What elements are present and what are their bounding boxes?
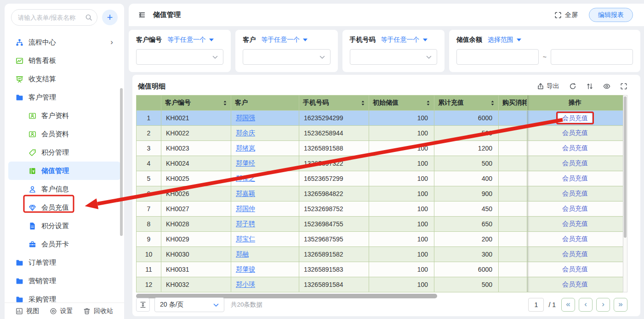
fullscreen-button[interactable] bbox=[620, 83, 627, 90]
column-header-idx bbox=[137, 95, 161, 111]
cell-phone: 16235294299 bbox=[299, 111, 369, 126]
cell-action: 会员充值 bbox=[527, 262, 623, 277]
customer-name-link[interactable]: 郑佳之 bbox=[236, 174, 255, 182]
sidebar-item-5[interactable]: 会员资料 bbox=[8, 125, 120, 143]
export-button[interactable]: 导出 bbox=[537, 82, 559, 90]
table-row[interactable]: 1KH0021郑国强162352942991006000会员充值 bbox=[137, 111, 623, 126]
sidebar-item-3[interactable]: 客户管理 bbox=[8, 88, 120, 106]
table-row[interactable]: 10KH0030郑融13265891582100300会员充值 bbox=[137, 247, 623, 262]
customer-name-link[interactable]: 郑子聘 bbox=[236, 220, 255, 227]
sidebar-item-6[interactable]: 积分管理 bbox=[8, 143, 120, 162]
range-max-input[interactable] bbox=[551, 49, 633, 65]
column-header-phone[interactable]: 手机号码 bbox=[299, 95, 369, 111]
member-recharge-link[interactable]: 会员充值 bbox=[562, 205, 588, 212]
search-input[interactable] bbox=[11, 9, 97, 26]
sidebar-scrollbar-thumb[interactable] bbox=[120, 88, 123, 236]
sidebar-item-4[interactable]: 客户资料 bbox=[8, 106, 120, 125]
range-min-input[interactable] bbox=[456, 49, 539, 65]
customer-name-link[interactable]: 郑国强 bbox=[236, 114, 255, 121]
filter-operator[interactable]: 选择范围 bbox=[488, 36, 521, 44]
customer-name-link[interactable]: 郑国仲 bbox=[236, 205, 255, 212]
customer-name-link[interactable]: 郑小瑛 bbox=[236, 280, 255, 288]
data-table: 客户编号客户手机号码初始储值累计充值购买消耗操作 1KH0021郑国强16235… bbox=[136, 95, 623, 292]
row-height-button[interactable] bbox=[136, 298, 150, 312]
member-recharge-link[interactable]: 会员充值 bbox=[562, 144, 588, 151]
table-row[interactable]: 6KH0026郑嘉颖13265984822100900会员充值 bbox=[137, 186, 623, 201]
sort-button[interactable] bbox=[586, 83, 593, 90]
member-recharge-link[interactable]: 会员充值 bbox=[562, 250, 588, 257]
sidebar-item-11[interactable]: 会员开卡 bbox=[8, 235, 120, 253]
table-row[interactable]: 9KH0029郑宝仁13529687595100200会员充值 bbox=[137, 232, 623, 247]
customer-name-link[interactable]: 郑肇骏 bbox=[236, 265, 255, 273]
refresh-button[interactable] bbox=[569, 83, 576, 90]
filter-select[interactable] bbox=[350, 49, 437, 65]
customer-name-link[interactable]: 郑宝仁 bbox=[236, 235, 255, 242]
customer-name-link[interactable]: 郑余庆 bbox=[236, 129, 255, 136]
sidebar-item-8[interactable]: 客户信息 bbox=[8, 180, 120, 198]
member-recharge-link[interactable]: 会员充值 bbox=[562, 174, 588, 182]
prev-page-button[interactable]: ‹ bbox=[579, 298, 593, 312]
pager: / 1«‹›» bbox=[528, 298, 627, 312]
member-recharge-link[interactable]: 会员充值 bbox=[562, 265, 588, 273]
table-row[interactable]: 8KH0028郑子聘15236984755100650会员充值 bbox=[137, 217, 623, 232]
member-recharge-link[interactable]: 会员充值 bbox=[558, 113, 592, 123]
column-header-init[interactable]: 初始储值 bbox=[369, 95, 434, 111]
table-vertical-scrollbar[interactable] bbox=[623, 95, 627, 292]
member-recharge-link[interactable]: 会员充值 bbox=[562, 190, 588, 197]
sidebar-footer: 视图设置回收站 bbox=[5, 302, 124, 319]
customer-name-link[interactable]: 郑融 bbox=[236, 250, 249, 257]
sidebar-footer-0[interactable]: 视图 bbox=[16, 307, 39, 315]
member-recharge-link[interactable]: 会员充值 bbox=[562, 280, 588, 288]
edit-report-button[interactable]: 编辑报表 bbox=[589, 8, 633, 22]
customer-name-link[interactable]: 郑肇经 bbox=[236, 159, 255, 167]
next-page-button[interactable]: › bbox=[596, 298, 610, 312]
sidebar-item-12[interactable]: 订单管理 bbox=[8, 253, 120, 272]
member-recharge-link[interactable]: 会员充值 bbox=[562, 159, 588, 167]
table-row[interactable]: 3KH0023郑绪岚132658915881001200会员充值 bbox=[137, 141, 623, 156]
filter-operator[interactable]: 等于任意一个 bbox=[381, 36, 427, 44]
total-count-text: 共20条数据 bbox=[231, 301, 262, 309]
member-recharge-link[interactable]: 会员充值 bbox=[562, 220, 588, 227]
sort-toggle-icon[interactable] bbox=[426, 100, 430, 106]
page-number-input[interactable] bbox=[528, 298, 544, 312]
sidebar-footer-1[interactable]: 设置 bbox=[50, 307, 73, 315]
table-row[interactable]: 2KH0022郑余庆15236258944100500会员充值 bbox=[137, 126, 623, 141]
table-row[interactable]: 5KH0025郑佳之16523657299100400会员充值 bbox=[137, 171, 623, 186]
column-header-code[interactable]: 客户编号 bbox=[161, 95, 231, 111]
member-recharge-link[interactable]: 会员充值 bbox=[562, 235, 588, 242]
table-row[interactable]: 4KH0024郑肇经13265897322100500会员充值 bbox=[137, 156, 623, 171]
add-form-button[interactable]: + bbox=[102, 10, 118, 25]
sidebar-item-1[interactable]: 销售看板 bbox=[8, 51, 120, 70]
table-row[interactable]: 11KH0031郑肇骏132658915831006000会员充值 bbox=[137, 262, 623, 277]
collapse-sidebar-icon[interactable] bbox=[138, 11, 146, 19]
page-size-select[interactable]: 20 条/页 bbox=[154, 297, 224, 312]
sidebar-item-13[interactable]: 营销管理 bbox=[8, 272, 120, 290]
filter-select[interactable] bbox=[136, 49, 223, 65]
sidebar-item-9[interactable]: 会员充值 bbox=[8, 198, 120, 217]
member-recharge-link[interactable]: 会员充值 bbox=[562, 129, 588, 136]
filter-operator[interactable]: 等于任意一个 bbox=[167, 36, 214, 44]
table-row[interactable]: 7KH0027郑国仲15232698752100450会员充值 bbox=[137, 201, 623, 217]
table-row[interactable]: 12KH0032郑小瑛13265891584100500会员充值 bbox=[137, 277, 623, 292]
eye-button[interactable] bbox=[603, 83, 610, 90]
cell-customer-code: KH0032 bbox=[161, 277, 231, 292]
customer-name-link[interactable]: 郑嘉颖 bbox=[236, 190, 255, 197]
sidebar-footer-2[interactable]: 回收站 bbox=[83, 307, 113, 315]
sidebar-item-10[interactable]: 积分设置 bbox=[8, 217, 120, 235]
sort-toggle-icon[interactable] bbox=[490, 100, 495, 106]
sidebar-item-2[interactable]: 收支结算 bbox=[8, 70, 120, 88]
sidebar-item-14[interactable]: 采购管理 bbox=[8, 290, 120, 302]
column-header-total[interactable]: 累计充值 bbox=[434, 95, 499, 111]
sort-toggle-icon[interactable] bbox=[223, 100, 227, 106]
caret-down-icon bbox=[209, 39, 214, 41]
sidebar-item-0[interactable]: 流程中心› bbox=[8, 33, 120, 51]
filter-operator[interactable]: 等于任意一个 bbox=[261, 36, 308, 44]
sort-toggle-icon[interactable] bbox=[361, 100, 365, 106]
filter-select[interactable] bbox=[243, 49, 330, 65]
fullscreen-button[interactable]: 全屏 bbox=[554, 11, 578, 19]
last-page-button[interactable]: » bbox=[614, 298, 627, 312]
sidebar-item-7[interactable]: 储值管理 bbox=[8, 162, 120, 180]
first-page-button[interactable]: « bbox=[561, 298, 575, 312]
customer-name-link[interactable]: 郑绪岚 bbox=[236, 144, 255, 151]
cell-action: 会员充值 bbox=[527, 186, 623, 201]
